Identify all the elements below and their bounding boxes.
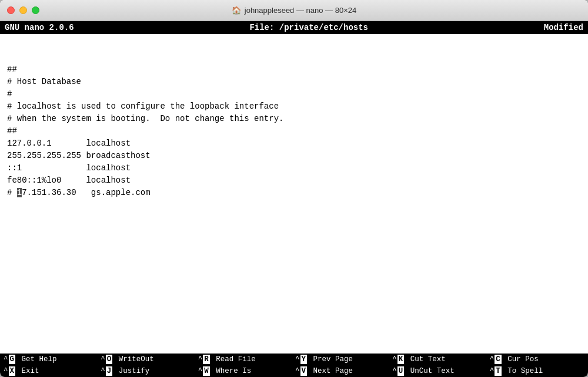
label-to-spell: To Spell — [503, 367, 543, 375]
footer-prev-page[interactable]: ^Y Prev Page — [294, 354, 391, 365]
nano-footer: ^G Get Help ^O WriteOut ^R Read File — [0, 354, 588, 378]
label-cur-pos: Cur Pos — [503, 355, 539, 363]
footer-uncut-text[interactable]: ^U UnCut Text — [391, 366, 488, 376]
footer-cut-text[interactable]: ^K Cut Text — [391, 354, 488, 365]
label-prev-page: Prev Page — [309, 355, 353, 363]
footer-row-1: ^G Get Help ^O WriteOut ^R Read File — [0, 354, 588, 365]
title-bar: 🏠 johnappleseed — nano — 80×24 — [0, 0, 588, 21]
footer-row-2: ^X Exit ^J Justify ^W Where Is — [0, 365, 588, 377]
house-icon: 🏠 — [232, 6, 241, 15]
label-exit: Exit — [17, 367, 39, 375]
key-combo-x: ^X — [4, 366, 15, 376]
footer-get-help[interactable]: ^G Get Help — [2, 354, 99, 365]
label-cut-text: Cut Text — [406, 355, 446, 363]
key-combo-c: ^C — [490, 355, 502, 364]
key-combo-r: ^R — [198, 355, 210, 364]
nano-modified: Modified — [544, 23, 583, 32]
key-combo-u: ^U — [392, 366, 404, 376]
label-justify: Justify — [114, 367, 149, 375]
key-combo-k: ^K — [392, 355, 404, 364]
window: 🏠 johnappleseed — nano — 80×24 GNU nano … — [0, 0, 588, 377]
nano-content[interactable]: ## # Host Database # # localhost is used… — [0, 34, 588, 354]
footer-next-page[interactable]: ^V Next Page — [294, 366, 391, 376]
maximize-button[interactable] — [32, 6, 39, 14]
traffic-lights — [7, 6, 39, 14]
window-title: 🏠 johnappleseed — nano — 80×24 — [232, 6, 356, 15]
footer-where-is[interactable]: ^W Where Is — [197, 366, 294, 376]
key-combo-w: ^W — [198, 366, 210, 376]
nano-header: GNU nano 2.0.6 File: /private/etc/hosts … — [0, 21, 588, 34]
key-combo-j: ^J — [101, 366, 112, 376]
footer-justify[interactable]: ^J Justify — [99, 366, 196, 376]
footer-exit[interactable]: ^X Exit — [2, 366, 99, 376]
label-next-page: Next Page — [309, 367, 353, 375]
nano-editor[interactable]: GNU nano 2.0.6 File: /private/etc/hosts … — [0, 21, 588, 377]
minimize-button[interactable] — [19, 6, 27, 14]
close-button[interactable] — [7, 6, 15, 14]
nano-version: GNU nano 2.0.6 — [5, 23, 74, 32]
key-combo-v: ^V — [295, 366, 307, 376]
label-get-help: Get Help — [17, 355, 57, 363]
key-combo-o: ^O — [101, 355, 112, 364]
key-combo-y: ^Y — [295, 355, 307, 364]
key-combo-g: ^G — [4, 355, 15, 364]
key-combo-t: ^T — [490, 366, 502, 376]
window-title-text: johnappleseed — nano — 80×24 — [245, 6, 356, 15]
nano-filename: File: /private/etc/hosts — [249, 23, 368, 32]
label-uncut-text: UnCut Text — [406, 367, 455, 375]
footer-writeout[interactable]: ^O WriteOut — [99, 354, 196, 365]
footer-cur-pos[interactable]: ^C Cur Pos — [489, 354, 586, 365]
footer-to-spell[interactable]: ^T To Spell — [489, 366, 586, 376]
content-line-0: ## # Host Database # # localhost is used… — [7, 65, 283, 197]
label-where-is: Where Is — [212, 367, 252, 375]
footer-read-file[interactable]: ^R Read File — [197, 354, 294, 365]
label-read-file: Read File — [212, 355, 256, 363]
label-writeout: WriteOut — [114, 355, 154, 363]
